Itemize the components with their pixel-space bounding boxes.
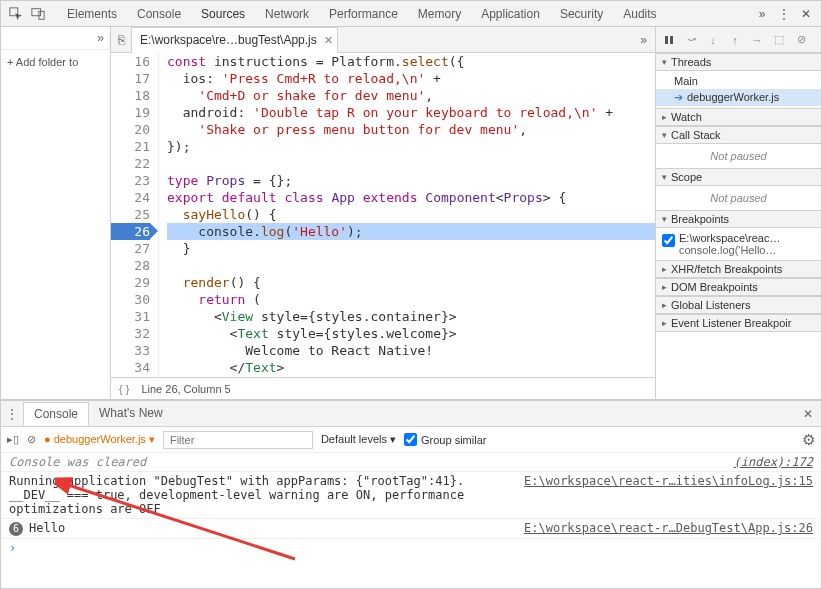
sources-navigator: » + Add folder to [1, 27, 111, 399]
line-number-gutter[interactable]: 1617181920212223242526272829303132333435… [111, 53, 159, 377]
file-tab[interactable]: E:\workspace\re…bugTest\App.js ✕ [131, 27, 338, 53]
thread-item[interactable]: Main [656, 73, 821, 89]
file-tab-title: E:\workspace\re…bugTest\App.js [140, 33, 317, 47]
drawer-tab-bar: ⋮ ConsoleWhat's New ✕ [1, 401, 821, 427]
console-prompt[interactable]: › [1, 539, 821, 557]
console-toolbar: ▸▯ ⊘ ● debuggerWorker.js ▾ Default level… [1, 427, 821, 453]
cursor-position: Line 26, Column 5 [141, 383, 230, 395]
inspect-element-icon[interactable] [5, 3, 27, 25]
message-count-badge: 6 [9, 522, 23, 536]
console-filter-input[interactable] [163, 431, 313, 449]
message-source-link[interactable]: E:\workspace\react-r…DebugTest\App.js:26 [524, 521, 813, 536]
more-files-icon[interactable]: » [632, 33, 655, 47]
pane-xhr-breakpoints[interactable]: XHR/fetch Breakpoints [656, 260, 821, 278]
svg-rect-3 [665, 36, 668, 44]
top-tab-audits[interactable]: Audits [613, 3, 666, 25]
debugger-toolbar: ⤻ ↓ ↑ → ⬚ ⊘ [656, 27, 821, 53]
svg-rect-4 [670, 36, 673, 44]
step-into-icon[interactable]: ↓ [704, 31, 722, 49]
top-tab-network[interactable]: Network [255, 3, 319, 25]
top-tab-memory[interactable]: Memory [408, 3, 471, 25]
drawer-tab-what-s-new[interactable]: What's New [89, 402, 173, 425]
drawer-menu-icon[interactable]: ⋮ [1, 407, 23, 421]
console-sidebar-icon[interactable]: ▸▯ [7, 433, 19, 446]
close-devtools-icon[interactable]: ✕ [795, 3, 817, 25]
callstack-not-paused: Not paused [656, 146, 821, 166]
pane-threads[interactable]: Threads [656, 53, 821, 71]
pane-watch[interactable]: Watch [656, 108, 821, 126]
close-file-tab-icon[interactable]: ✕ [324, 34, 333, 47]
add-folder-button[interactable]: + Add folder to [1, 50, 110, 74]
console-message: 6HelloE:\workspace\react-r…DebugTest\App… [1, 519, 821, 539]
drawer-tab-console[interactable]: Console [23, 402, 89, 426]
console-context[interactable]: ● debuggerWorker.js ▾ [44, 433, 155, 446]
console-message: Running application "DebugTest" with app… [1, 472, 821, 519]
console-drawer: ⋮ ConsoleWhat's New ✕ ▸▯ ⊘ ● debuggerWor… [1, 399, 821, 588]
top-tab-sources[interactable]: Sources [191, 3, 255, 25]
breakpoint-item[interactable]: E:\workspace\reac…console.log('Hello… [656, 230, 821, 258]
step-over-icon[interactable]: ⤻ [682, 31, 700, 49]
group-similar-checkbox[interactable]: Group similar [404, 433, 486, 446]
pause-resume-icon[interactable] [660, 31, 678, 49]
top-tab-performance[interactable]: Performance [319, 3, 408, 25]
code-editor[interactable]: 1617181920212223242526272829303132333435… [111, 53, 655, 377]
code-content[interactable]: const instructions = Platform.select({ i… [159, 53, 655, 377]
pane-event-listener-breakpoints[interactable]: Event Listener Breakpoir [656, 314, 821, 332]
file-tab-bar: ⎘ E:\workspace\re…bugTest\App.js ✕ » [111, 27, 655, 53]
editor-status-bar: { } Line 26, Column 5 [111, 377, 655, 399]
devtools-panel-tabs: ElementsConsoleSourcesNetworkPerformance… [57, 3, 751, 25]
pane-dom-breakpoints[interactable]: DOM Breakpoints [656, 278, 821, 296]
navigator-collapse-icon[interactable]: » [1, 27, 110, 50]
pane-global-listeners[interactable]: Global Listeners [656, 296, 821, 314]
top-tab-console[interactable]: Console [127, 3, 191, 25]
message-source-link[interactable]: (index):172 [734, 455, 813, 469]
console-message: Console was cleared(index):172 [1, 453, 821, 472]
console-output[interactable]: Console was cleared(index):172Running ap… [1, 453, 821, 588]
devtools-top-toolbar: ElementsConsoleSourcesNetworkPerformance… [1, 1, 821, 27]
message-source-link[interactable]: E:\workspace\react-r…ities\infoLog.js:15 [524, 474, 813, 516]
top-tab-application[interactable]: Application [471, 3, 550, 25]
more-tabs-icon[interactable]: » [751, 3, 773, 25]
pretty-print-icon[interactable]: { } [119, 383, 129, 395]
close-drawer-icon[interactable]: ✕ [795, 407, 821, 421]
deactivate-breakpoints-icon[interactable]: ⬚ [770, 31, 788, 49]
step-icon[interactable]: → [748, 31, 766, 49]
log-levels-dropdown[interactable]: Default levels ▾ [321, 433, 396, 446]
file-history-icon[interactable]: ⎘ [111, 33, 131, 47]
top-tab-security[interactable]: Security [550, 3, 613, 25]
pane-breakpoints[interactable]: Breakpoints [656, 210, 821, 228]
scope-not-paused: Not paused [656, 188, 821, 208]
device-toolbar-icon[interactable] [27, 3, 49, 25]
step-out-icon[interactable]: ↑ [726, 31, 744, 49]
breakpoint-checkbox[interactable] [662, 234, 675, 247]
top-tab-elements[interactable]: Elements [57, 3, 127, 25]
thread-item[interactable]: ➔debuggerWorker.js [656, 89, 821, 106]
pane-callstack[interactable]: Call Stack [656, 126, 821, 144]
pause-on-exceptions-icon[interactable]: ⊘ [792, 31, 810, 49]
pane-scope[interactable]: Scope [656, 168, 821, 186]
console-settings-icon[interactable]: ⚙ [802, 431, 815, 449]
debugger-sidebar: ⤻ ↓ ↑ → ⬚ ⊘ Threads Main➔debuggerWorker.… [656, 27, 821, 399]
devtools-menu-icon[interactable]: ⋮ [773, 3, 795, 25]
clear-console-icon[interactable]: ⊘ [27, 433, 36, 446]
